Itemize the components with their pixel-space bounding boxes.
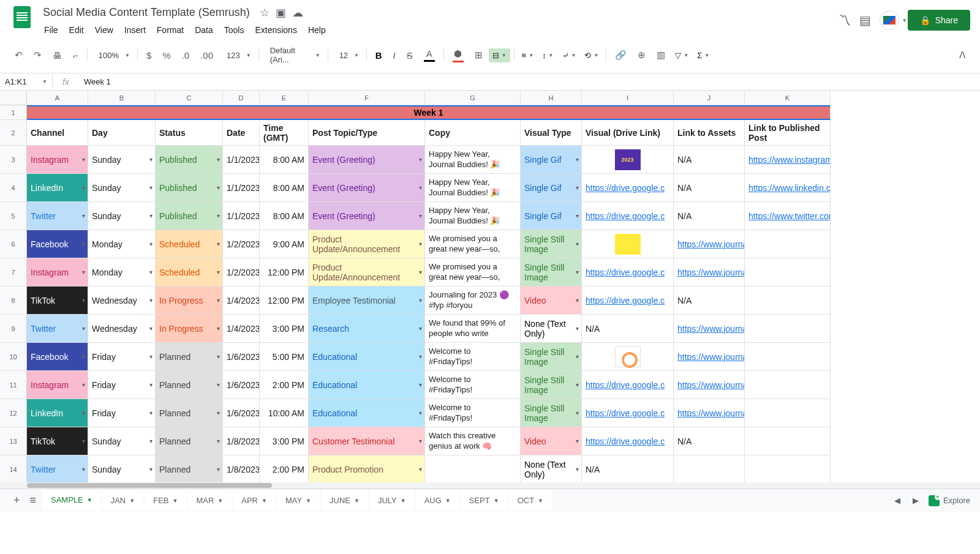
cell-time[interactable]: 12:00 PM [260, 258, 309, 286]
cell-channel[interactable]: Twitter [27, 315, 88, 343]
published-link[interactable]: https://www.instagram.com/lin [748, 155, 831, 165]
menu-view[interactable]: View [90, 23, 118, 37]
cell-time[interactable]: 12:00 PM [260, 286, 309, 315]
cell-assets[interactable] [674, 455, 745, 482]
cell-channel[interactable]: Instagram [27, 371, 88, 399]
cell-visual[interactable]: 2023 [582, 146, 674, 174]
cell-copy[interactable]: Welcome to #FridayTips! [425, 343, 521, 371]
cell-time[interactable]: 2:00 PM [260, 455, 309, 482]
menu-data[interactable]: Data [190, 23, 218, 37]
header-topic[interactable]: Post Topic/Type [309, 120, 425, 146]
col-header-J[interactable]: J [674, 91, 745, 105]
cell-visual[interactable]: N/A [582, 455, 674, 482]
row-num-12[interactable]: 12 [0, 399, 27, 427]
menu-file[interactable]: File [39, 23, 63, 37]
row-num-4[interactable]: 4 [0, 174, 27, 202]
wrap-button[interactable]: ⤶▼ [559, 48, 580, 62]
comment-icon[interactable]: ▤ [859, 13, 871, 28]
cell-assets[interactable]: N/A [674, 202, 745, 230]
cell-assets[interactable]: https://www.journalingwithfrien [674, 230, 745, 258]
cell-channel[interactable]: TikTok [27, 427, 88, 455]
cell-date[interactable]: 1/6/2023 [223, 343, 260, 371]
grid-container[interactable]: ABCDEFGHIJK1Week 12ChannelDayStatusDateT… [0, 91, 980, 482]
cell-topic[interactable]: Educational [309, 371, 425, 399]
row-num-5[interactable]: 5 [0, 202, 27, 230]
cell-status[interactable]: Scheduled [156, 258, 223, 286]
increase-decimal-button[interactable]: .00 [195, 47, 218, 64]
cell-assets[interactable]: https://www.journalingwithfrien [674, 399, 745, 427]
cell-visual-type[interactable]: Single Still Image [521, 343, 582, 371]
drive-link[interactable]: https://drive.google.c [586, 268, 665, 277]
cell-assets[interactable]: N/A [674, 286, 745, 315]
doc-title[interactable]: Social Media Content Template (Semrush) [39, 5, 254, 20]
percent-button[interactable]: % [157, 47, 175, 64]
cell-published[interactable] [745, 427, 831, 455]
row-num-8[interactable]: 8 [0, 286, 27, 315]
cell-day[interactable]: Sunday [88, 146, 156, 174]
rotate-button[interactable]: ⟲▼ [581, 48, 602, 62]
row-num-3[interactable]: 3 [0, 146, 27, 174]
cell-time[interactable]: 3:00 PM [260, 315, 309, 343]
header-status[interactable]: Status [156, 120, 223, 146]
cell-date[interactable]: 1/1/2023 [223, 146, 260, 174]
row-num-10[interactable]: 10 [0, 343, 27, 371]
menu-format[interactable]: Format [152, 23, 189, 37]
valign-button[interactable]: ↕▼ [538, 48, 557, 62]
cell-visual[interactable]: https://drive.google.c [582, 399, 674, 427]
decrease-decimal-button[interactable]: .0 [177, 47, 195, 64]
link-button[interactable]: 🔗 [610, 46, 631, 64]
cell-visual-type[interactable]: Single Gif [521, 202, 582, 230]
cell-copy[interactable]: Welcome to #FridayTips! [425, 371, 521, 399]
undo-button[interactable]: ↶ [10, 46, 28, 64]
bold-button[interactable]: B [371, 47, 387, 64]
cell-copy[interactable]: We promised you a great new year—so, [425, 230, 521, 258]
asset-link[interactable]: https://www.journalingwithfrien [677, 239, 745, 249]
col-header-D[interactable]: D [223, 91, 260, 105]
sheet-tab-june[interactable]: JUNE▼ [321, 490, 368, 511]
cell-day[interactable]: Monday [88, 230, 156, 258]
row-num-9[interactable]: 9 [0, 315, 27, 343]
row-num-2[interactable]: 2 [0, 120, 27, 146]
cell-date[interactable]: 1/8/2023 [223, 427, 260, 455]
cell-date[interactable]: 1/6/2023 [223, 371, 260, 399]
cell-channel[interactable]: Twitter [27, 455, 88, 482]
drive-link[interactable]: https://drive.google.c [586, 296, 665, 305]
cell-channel[interactable]: Facebook [27, 230, 88, 258]
cell-published[interactable] [745, 371, 831, 399]
activity-icon[interactable]: 〽 [839, 13, 851, 28]
cell-date[interactable]: 1/8/2023 [223, 455, 260, 482]
drive-link[interactable]: https://drive.google.c [586, 183, 665, 193]
cell-published[interactable]: https://www.twitter.com/linktop [745, 202, 831, 230]
cell-published[interactable] [745, 258, 831, 286]
asset-link[interactable]: https://www.journalingwithfrien [677, 380, 745, 390]
cell-day[interactable]: Friday [88, 399, 156, 427]
cell-time[interactable]: 2:00 PM [260, 371, 309, 399]
drive-link[interactable]: https://drive.google.c [586, 436, 665, 446]
cell-status[interactable]: Planned [156, 343, 223, 371]
text-color-button[interactable]: A [419, 45, 440, 66]
cell-topic[interactable]: Employee Testimonial [309, 286, 425, 315]
corner-cell[interactable] [0, 91, 27, 105]
cell-day[interactable]: Sunday [88, 427, 156, 455]
name-box[interactable]: A1:K1▼ [0, 75, 53, 89]
cell-copy[interactable]: Happy New Year, Journal Buddies! 🎉 [425, 202, 521, 230]
cell-assets[interactable]: N/A [674, 427, 745, 455]
cell-day[interactable]: Friday [88, 343, 156, 371]
strike-button[interactable]: S [402, 47, 418, 64]
cell-channel[interactable]: LinkedIn [27, 399, 88, 427]
header-assets[interactable]: Link to Assets [674, 120, 745, 146]
cell-day[interactable]: Sunday [88, 202, 156, 230]
scroll-thumb[interactable] [27, 483, 272, 488]
cell-topic[interactable]: Event (Greeting) [309, 202, 425, 230]
cell-assets[interactable]: https://www.journalingwithfrien [674, 371, 745, 399]
published-link[interactable]: https://www.twitter.com/linktop [748, 211, 831, 221]
meet-button[interactable]: ▼ [880, 10, 899, 30]
cell-time[interactable]: 3:00 PM [260, 427, 309, 455]
cell-status[interactable]: Planned [156, 455, 223, 482]
cell-assets[interactable]: N/A [674, 174, 745, 202]
cell-status[interactable]: Planned [156, 399, 223, 427]
cell-day[interactable]: Wednesday [88, 286, 156, 315]
cell-copy[interactable]: We promised you a great new year—so, [425, 258, 521, 286]
menu-help[interactable]: Help [303, 23, 331, 37]
cell-visual-type[interactable]: None (Text Only) [521, 455, 582, 482]
